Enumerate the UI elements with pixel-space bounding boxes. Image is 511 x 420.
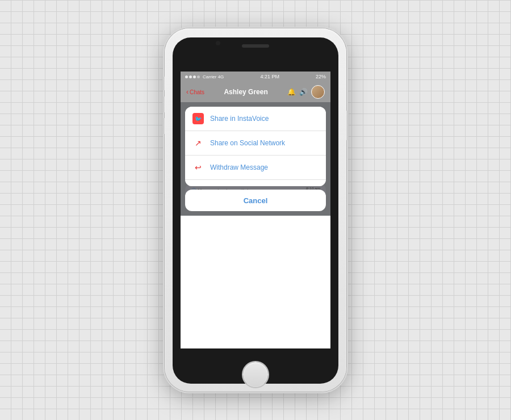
signal-dot-1 (185, 75, 188, 78)
withdraw-label: Withdraw Message (210, 163, 268, 171)
speaker-icon[interactable]: 🔊 (299, 88, 308, 96)
avatar[interactable] (311, 85, 325, 99)
chat-area: Yesterday To: +91 98107 14963 🔔 Ring Mis… (181, 102, 330, 216)
volume-down-button[interactable] (162, 118, 165, 134)
screen-bezel: Carrier 4G 4:21 PM 22% ‹ Chats Ashley Gr… (173, 37, 338, 384)
phone: Carrier 4G 4:21 PM 22% ‹ Chats Ashley Gr… (165, 28, 346, 392)
nav-bar: ‹ Chats Ashley Green 🔔 🔊 (181, 82, 330, 102)
nav-title: Ashley Green (224, 88, 267, 96)
time-label: 4:21 PM (260, 74, 279, 79)
share-instavoice-item[interactable]: 🐦 Share in InstaVoice (185, 107, 326, 131)
status-bar: Carrier 4G 4:21 PM 22% (181, 72, 330, 82)
speaker-top (242, 44, 269, 48)
bell-icon[interactable]: 🔔 (287, 88, 296, 96)
signal-dot-3 (193, 75, 196, 78)
battery-label: 22% (316, 74, 326, 79)
instavoice-icon: 🐦 (192, 112, 204, 125)
withdraw-icon: ↩ (192, 161, 204, 174)
power-button[interactable] (346, 111, 349, 140)
instavoice-logo: 🐦 (192, 113, 204, 124)
signal-dot-4 (197, 75, 200, 78)
share-social-item[interactable]: ↗ Share on Social Network (185, 131, 326, 156)
status-left: Carrier 4G (185, 74, 224, 79)
share-instavoice-label: Share in InstaVoice (210, 115, 269, 123)
share-social-label: Share on Social Network (210, 139, 285, 147)
cancel-button[interactable]: Cancel (185, 190, 326, 211)
carrier-label: Carrier 4G (203, 74, 224, 79)
screen: Carrier 4G 4:21 PM 22% ‹ Chats Ashley Gr… (181, 72, 330, 348)
share-icon: ↗ (192, 137, 204, 149)
action-sheet-main: 🐦 Share in InstaVoice ↗ Share on Social … (185, 107, 326, 186)
mute-button[interactable] (162, 77, 165, 90)
cancel-label: Cancel (244, 196, 268, 205)
home-button[interactable] (243, 362, 268, 387)
delete-icon: 🗑 (192, 186, 204, 186)
action-sheet-overlay: 🐦 Share in InstaVoice ↗ Share on Social … (181, 102, 330, 216)
back-button[interactable]: ‹ Chats (186, 88, 204, 96)
back-label: Chats (190, 89, 204, 95)
volume-up-button[interactable] (162, 96, 165, 112)
signal-dot-2 (189, 75, 192, 78)
delete-item[interactable]: 🗑 Delete Message (185, 180, 326, 186)
camera-icon (216, 41, 220, 45)
signal-dots (185, 75, 200, 78)
back-chevron-icon: ‹ (186, 88, 189, 96)
withdraw-item[interactable]: ↩ Withdraw Message (185, 156, 326, 180)
nav-actions: 🔔 🔊 (287, 85, 325, 99)
